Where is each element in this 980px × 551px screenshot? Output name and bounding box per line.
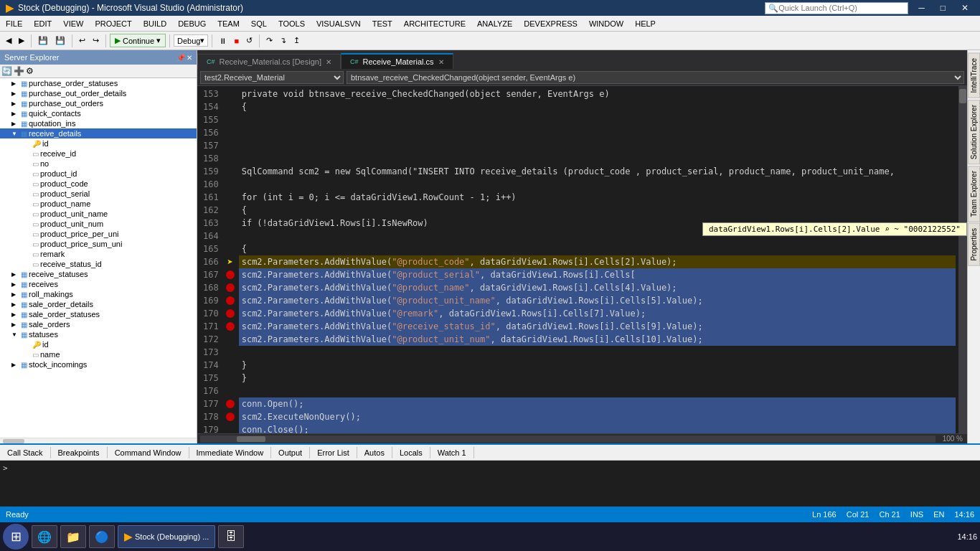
se-add-button[interactable]: ➕ [14,66,24,76]
tree-item-9[interactable]: ▭product_id [0,169,197,179]
tree-arrow-4[interactable]: ▶ [11,121,19,127]
code-area[interactable]: 1531541551561571581591601611621631641651… [197,86,967,433]
tree-arrow-19[interactable]: ▶ [11,271,19,278]
taskbar-chrome[interactable]: 🔵 [89,525,115,548]
tab-close-1[interactable]: ✕ [438,58,444,66]
start-button[interactable]: ⊞ [3,524,29,550]
code-line-178[interactable]: scm2.ExecuteNonQuery(); [239,410,956,423]
bottom-tab-watch-1[interactable]: Watch 1 [430,447,474,458]
tree-item-13[interactable]: ▭product_unit_name [0,209,197,219]
menu-item-window[interactable]: WINDOW [583,18,629,29]
tree-item-11[interactable]: ▭product_serial [0,189,197,199]
code-line-176[interactable] [239,385,956,397]
quick-launch-box[interactable]: 🔍 [765,2,908,14]
save-all-button[interactable]: 💾 [52,34,68,47]
close-button[interactable]: ✕ [956,3,974,13]
code-line-171[interactable]: scm2.Parameters.AddWithValue("@receive_s… [239,320,956,333]
tree-item-28[interactable]: ▶▦stock_incomings [0,359,197,369]
menu-item-debug[interactable]: DEBUG [172,18,212,29]
tree-arrow-23[interactable]: ▶ [11,311,19,318]
tree-item-8[interactable]: ▭no [0,159,197,169]
menu-item-analyze[interactable]: ANALYZE [471,18,518,29]
bp-gutter-20[interactable] [225,346,236,359]
tree-arrow-20[interactable]: ▶ [11,281,19,288]
bp-gutter-21[interactable] [225,359,236,372]
tree-arrow-2[interactable]: ▶ [11,100,19,107]
tree-item-15[interactable]: ▭product_price_per_uni [0,229,197,239]
bp-gutter-5[interactable] [225,152,236,165]
menu-item-visualsvn[interactable]: VISUALSVN [311,18,367,29]
tree-item-3[interactable]: ▶▦quick_contacts [0,108,197,118]
code-line-165[interactable]: { [239,242,956,255]
bp-gutter-11[interactable] [225,230,236,242]
bottom-tab-breakpoints[interactable]: Breakpoints [51,447,108,458]
bottom-tab-call-stack[interactable]: Call Stack [0,447,51,458]
code-line-154[interactable]: { [239,100,956,113]
forward-button[interactable]: ▶ [16,34,27,47]
code-line-166[interactable]: scm2.Parameters.AddWithValue("@product_c… [239,255,956,268]
bp-gutter-3[interactable] [225,126,236,139]
tree-item-0[interactable]: ▶▦purchase_order_statuses [0,78,197,88]
bp-gutter-4[interactable] [225,139,236,152]
code-line-174[interactable]: } [239,359,956,372]
right-sidebar-tab-0[interactable]: IntelliTrace [968,53,980,98]
tree-arrow-0[interactable]: ▶ [11,80,19,87]
tree-arrow-5[interactable]: ▼ [11,131,19,137]
bottom-tab-locals[interactable]: Locals [392,447,430,458]
tree-item-25[interactable]: ▼▦statuses [0,329,197,339]
tree-item-4[interactable]: ▶▦quotation_ins [0,118,197,128]
step-out-button[interactable]: ↥ [291,34,303,47]
code-line-153[interactable]: private void btnsave_receive_CheckedChan… [239,88,956,100]
code-line-161[interactable]: for (int i = 0; i <= dataGridView1.RowCo… [239,191,956,204]
editor-tab-1[interactable]: C#Receive_Material.cs✕ [341,53,453,69]
bottom-tab-autos[interactable]: Autos [357,447,392,458]
code-line-156[interactable] [239,126,956,139]
code-line-159[interactable]: SqlCommand scm2 = new SqlCommand("INSERT… [239,165,956,178]
minimize-button[interactable]: ─ [913,3,930,13]
tree-item-24[interactable]: ▶▦sale_orders [0,319,197,329]
code-line-173[interactable] [239,346,956,359]
code-line-160[interactable] [239,178,956,191]
taskbar-ssms[interactable]: 🗄 [218,525,244,548]
bp-gutter-9[interactable] [225,204,236,217]
se-refresh-button[interactable]: 🔄 [1,66,12,76]
pause-button[interactable]: ⏸ [216,35,230,47]
code-line-168[interactable]: scm2.Parameters.AddWithValue("@product_n… [239,281,956,294]
se-settings-button[interactable]: ⚙ [26,66,34,76]
tree-item-20[interactable]: ▶▦receives [0,279,197,289]
tree-arrow-24[interactable]: ▶ [11,321,19,328]
tree-item-16[interactable]: ▭product_price_sum_uni [0,239,197,249]
tree-item-6[interactable]: 🔑id [0,138,197,149]
menu-item-edit[interactable]: EDIT [28,18,57,29]
code-line-179[interactable]: conn.Close(); [239,423,956,433]
tree-arrow-1[interactable]: ▶ [11,90,19,97]
bp-gutter-22[interactable] [225,372,236,385]
tree-item-27[interactable]: ▭name [0,349,197,359]
bp-gutter-14[interactable] [225,268,236,281]
code-line-172[interactable]: scm2.Parameters.AddWithValue("@product_u… [239,333,956,346]
code-line-162[interactable]: { [239,204,956,217]
bp-gutter-0[interactable] [225,88,236,100]
se-close-button[interactable]: ✕ [187,54,192,62]
bp-gutter-1[interactable] [225,100,236,113]
tree-arrow-28[interactable]: ▶ [11,362,19,368]
stop-button[interactable]: ■ [231,35,242,47]
tree-item-19[interactable]: ▶▦receive_statuses [0,269,197,279]
tree-arrow-25[interactable]: ▼ [11,331,19,338]
bp-gutter-8[interactable] [225,191,236,204]
bp-gutter-17[interactable] [225,307,236,320]
bp-gutter-23[interactable] [225,385,236,397]
step-into-button[interactable]: ↴ [277,34,289,47]
bottom-tab-error-list[interactable]: Error List [310,447,357,458]
restart-button[interactable]: ↺ [243,34,255,47]
editor-vscrollbar[interactable] [958,86,967,433]
code-line-177[interactable]: conn.Open(); [239,397,956,410]
taskbar-ie[interactable]: 🌐 [32,525,57,548]
code-line-175[interactable]: } [239,372,956,385]
editor-tab-0[interactable]: C#Receive_Material.cs [Design]✕ [197,54,341,69]
right-sidebar-tab-2[interactable]: Team Explorer [968,166,980,222]
bp-gutter-12[interactable] [225,242,236,255]
menu-item-file[interactable]: FILE [0,18,28,29]
tree-item-7[interactable]: ▭receive_id [0,149,197,159]
code-line-167[interactable]: scm2.Parameters.AddWithValue("@product_s… [239,268,956,281]
